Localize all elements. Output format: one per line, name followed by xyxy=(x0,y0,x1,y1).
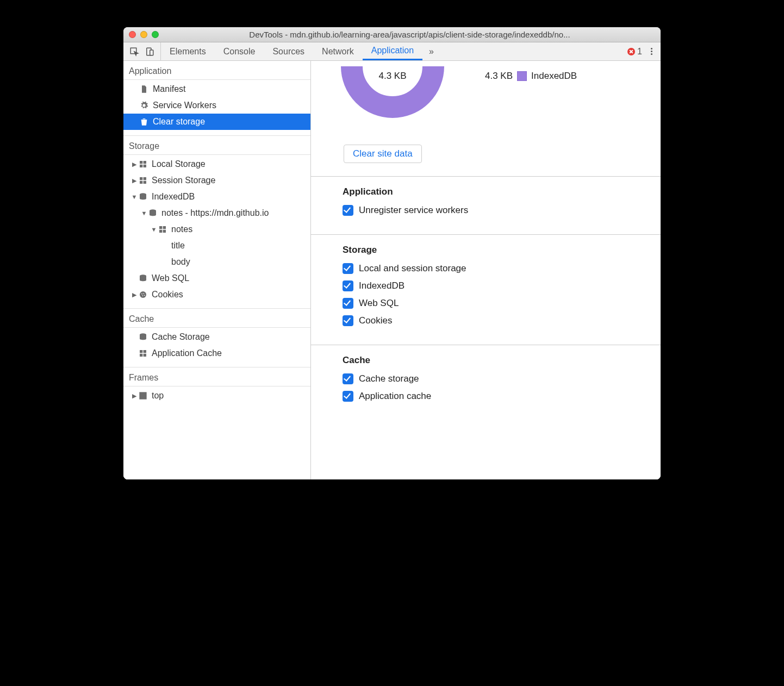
sidebar-item-idb-index-title[interactable]: title xyxy=(123,238,310,254)
error-icon xyxy=(627,48,635,55)
chevron-right-icon: ▶ xyxy=(131,177,138,184)
tabs-overflow-button[interactable]: » xyxy=(422,42,440,60)
checkbox-label: Unregister service workers xyxy=(359,205,468,216)
tab-console[interactable]: Console xyxy=(215,42,264,60)
checkbox-application-cache[interactable]: Application cache xyxy=(343,391,645,402)
tab-application[interactable]: Application xyxy=(363,42,422,60)
svg-point-10 xyxy=(144,295,145,296)
device-toolbar-icon[interactable] xyxy=(144,46,155,58)
errors-badge[interactable]: 1 xyxy=(627,47,642,57)
cookie-icon xyxy=(138,289,148,300)
section-storage: Storage xyxy=(123,136,310,155)
sidebar-item-application-cache[interactable]: ▶ Application Cache xyxy=(123,345,310,361)
clear-storage-panel: 4.3 KB 4.3 KB IndexedDB Clear site data … xyxy=(311,61,661,479)
checkbox-icon xyxy=(343,205,353,216)
sidebar-item-label: Service Workers xyxy=(153,101,216,110)
chevron-down-icon: ▼ xyxy=(141,210,147,216)
frame-icon xyxy=(138,390,148,401)
checkbox-local-session-storage[interactable]: Local and session storage xyxy=(343,263,645,274)
sidebar-item-label: Cookies xyxy=(152,290,183,300)
cache-tree: ▶ Cache Storage ▶ Application Cache xyxy=(123,328,310,367)
sidebar-item-frame-top[interactable]: ▶ top xyxy=(123,388,310,404)
checkbox-icon xyxy=(343,391,353,402)
storage-legend: 4.3 KB IndexedDB xyxy=(485,71,577,82)
table-icon xyxy=(138,175,148,186)
tab-network[interactable]: Network xyxy=(313,42,363,60)
tab-sources[interactable]: Sources xyxy=(264,42,313,60)
sidebar-item-idb-database[interactable]: ▼ notes - https://mdn.github.io xyxy=(123,205,310,221)
checkbox-icon xyxy=(343,263,353,274)
tabbar-left-controls xyxy=(123,42,161,60)
chevron-right-icon: ▶ xyxy=(131,161,138,168)
group-title: Application xyxy=(343,186,645,197)
database-icon xyxy=(147,208,158,219)
svg-point-9 xyxy=(142,295,143,296)
maximize-window-button[interactable] xyxy=(152,31,159,38)
clear-site-data-button[interactable]: Clear site data xyxy=(344,145,422,163)
sidebar-item-idb-store[interactable]: ▼ notes xyxy=(123,221,310,238)
sidebar-item-label: Manifest xyxy=(153,84,185,94)
checkbox-icon xyxy=(343,280,353,291)
sidebar-item-websql[interactable]: ▶ Web SQL xyxy=(123,270,310,286)
gear-icon xyxy=(139,100,150,111)
checkbox-unregister-sw[interactable]: Unregister service workers xyxy=(343,205,645,216)
chevron-down-icon: ▼ xyxy=(151,226,157,233)
sidebar-item-indexeddb[interactable]: ▼ IndexedDB xyxy=(123,189,310,205)
window-title: DevTools - mdn.github.io/learning-area/j… xyxy=(164,30,655,39)
application-tree: Manifest Service Workers Clear storage xyxy=(123,80,310,136)
sidebar-item-local-storage[interactable]: ▶ Local Storage xyxy=(123,156,310,172)
group-storage: Storage Local and session storage Indexe… xyxy=(311,235,661,345)
section-frames: Frames xyxy=(123,367,310,386)
window-controls xyxy=(129,31,159,38)
sidebar-item-label: top xyxy=(152,391,164,401)
sidebar-item-cache-storage[interactable]: ▶ Cache Storage xyxy=(123,329,310,345)
more-options-icon[interactable] xyxy=(648,48,655,55)
checkbox-indexeddb[interactable]: IndexedDB xyxy=(343,280,645,291)
close-window-button[interactable] xyxy=(129,31,136,38)
content-area: Application Manifest Service Workers Cle… xyxy=(123,61,661,479)
table-icon xyxy=(157,224,168,235)
sidebar-item-label: IndexedDB xyxy=(152,192,195,202)
sidebar-item-label: Local Storage xyxy=(152,159,206,169)
sidebar-item-clear-storage[interactable]: Clear storage xyxy=(123,114,310,130)
checkbox-label: Local and session storage xyxy=(359,263,466,274)
sidebar-item-label: Clear storage xyxy=(153,117,205,127)
sidebar-item-idb-index-body[interactable]: body xyxy=(123,254,310,270)
errors-count: 1 xyxy=(637,47,642,57)
checkbox-label: Cache storage xyxy=(359,373,419,384)
legend-swatch xyxy=(517,71,527,81)
sidebar-item-label: Web SQL xyxy=(152,273,189,283)
svg-point-7 xyxy=(141,294,142,295)
checkbox-cache-storage[interactable]: Cache storage xyxy=(343,373,645,384)
title-bar: DevTools - mdn.github.io/learning-area/j… xyxy=(123,27,661,42)
checkbox-websql[interactable]: Web SQL xyxy=(343,298,645,309)
sidebar-item-label: notes xyxy=(171,224,192,234)
sidebar-item-cookies[interactable]: ▶ Cookies xyxy=(123,286,310,303)
svg-point-8 xyxy=(143,293,144,294)
inspect-element-icon[interactable] xyxy=(128,46,140,58)
minimize-window-button[interactable] xyxy=(140,31,147,38)
sidebar-item-manifest[interactable]: Manifest xyxy=(123,81,310,97)
sidebar-item-label: Cache Storage xyxy=(152,332,210,342)
database-icon xyxy=(138,191,148,202)
sidebar-item-session-storage[interactable]: ▶ Session Storage xyxy=(123,172,310,189)
sidebar-item-service-workers[interactable]: Service Workers xyxy=(123,97,310,114)
table-icon xyxy=(138,159,148,170)
section-application: Application xyxy=(123,61,310,80)
devtools-window: DevTools - mdn.github.io/learning-area/j… xyxy=(123,27,661,479)
checkbox-label: Application cache xyxy=(359,391,431,402)
sidebar-item-label: body xyxy=(171,257,190,267)
checkbox-cookies[interactable]: Cookies xyxy=(343,315,645,326)
chevron-right-icon: ▶ xyxy=(131,392,138,400)
checkbox-icon xyxy=(343,373,353,384)
storage-tree: ▶ Local Storage ▶ Session Storage ▼ Inde… xyxy=(123,155,310,309)
sidebar-item-label: Session Storage xyxy=(152,176,215,185)
file-icon xyxy=(139,84,150,95)
svg-point-6 xyxy=(140,291,146,298)
sidebar-item-label: title xyxy=(171,241,185,251)
tab-elements[interactable]: Elements xyxy=(161,42,215,60)
trash-icon xyxy=(139,116,150,127)
group-title: Cache xyxy=(343,355,645,366)
donut-center-value: 4.3 KB xyxy=(338,71,447,82)
database-icon xyxy=(138,332,148,342)
